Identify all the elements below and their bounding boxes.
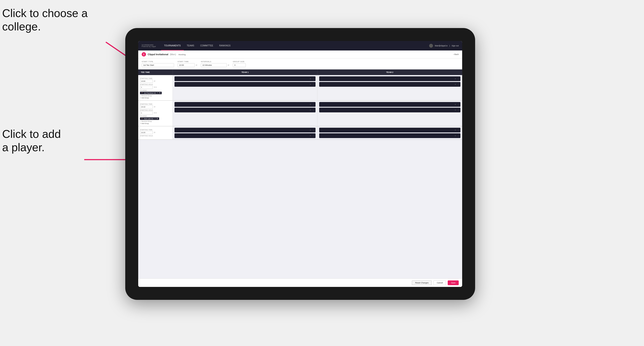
sign-out-link[interactable]: Sign out — [452, 45, 459, 47]
course-label-2: COURSE: — [140, 115, 171, 117]
remove-group-2[interactable]: ○ Remove Group — [140, 121, 171, 122]
starting-hole-row-1: ⬆⬇ — [140, 86, 171, 89]
slot-more-2-4[interactable]: ⋮ — [458, 109, 459, 111]
course-remove-1[interactable]: ✕ — [157, 92, 158, 94]
player-slot-2-3[interactable]: ✕ ⋮ — [319, 102, 460, 107]
slot-expand-1-1[interactable]: ✕ — [310, 78, 311, 80]
slot-more-3-1[interactable]: ⋮ — [312, 129, 314, 131]
nav-tab-rankings[interactable]: RANKINGS — [216, 41, 234, 50]
course-tag-2[interactable]: 🏌 East Lake GC ✕ ⬆ — [140, 117, 159, 120]
col-team2: Team 2 — [318, 69, 462, 75]
remove-icon-2: ○ — [140, 121, 141, 122]
tournament-logo: C — [142, 52, 146, 56]
start-type-group: Start Type 1st Tee Start — [142, 61, 174, 67]
reset-button[interactable]: Reset Changes — [412, 280, 432, 285]
nav-tab-committee[interactable]: COMMITTEE — [197, 41, 216, 50]
starting-hole-input-2[interactable] — [140, 111, 153, 115]
course-expand-1[interactable]: ⬆ — [159, 92, 160, 94]
start-time-input[interactable] — [178, 63, 195, 67]
player-slot-2-2[interactable]: ✕ ⋮ — [174, 108, 316, 112]
nav-tabs: TOURNAMENTS TEAMS COMMITTEE RANKINGS — [161, 41, 429, 50]
course-icon-1: 🏌 — [141, 92, 143, 94]
slot-expand-1-2[interactable]: ✕ — [310, 83, 311, 85]
player-slot-3-1[interactable]: ✕ ⋮ — [174, 128, 316, 133]
player-slot-1-1[interactable]: ✕ ⋮ — [174, 76, 316, 81]
slot-expand-3-2[interactable]: ✕ — [310, 135, 311, 137]
slot-more-2-2[interactable]: ⋮ — [312, 109, 314, 111]
remove-group-1[interactable]: ○ Remove Group — [140, 95, 171, 96]
group-size-select[interactable]: 3 — [233, 63, 246, 67]
slot-expand-2-2[interactable]: ✕ — [310, 109, 311, 111]
slot-more-1-4[interactable]: ⋮ — [458, 83, 459, 85]
remove-icon-1: ○ — [140, 95, 141, 96]
tournament-gender: (Men) — [170, 53, 176, 56]
save-button[interactable]: Save — [448, 280, 459, 285]
course-remove-2[interactable]: ✕ — [154, 118, 156, 120]
intervals-select[interactable]: 10 Minutes — [201, 63, 227, 67]
player-slot-1-4[interactable]: ✕ ⋮ — [319, 82, 460, 87]
slot-expand-1-4[interactable]: ✕ — [454, 83, 456, 85]
starting-hole-row-2: ⬆⬇ — [140, 111, 171, 115]
add-group-1[interactable]: + Add Group — [140, 97, 171, 99]
intervals-group: Intervals 10 Minutes ⏱ — [201, 61, 229, 67]
slot-expand-2-1[interactable]: ✕ — [310, 104, 311, 106]
starting-time-input-2[interactable] — [140, 105, 153, 109]
course-expand-2[interactable]: ⬆ — [156, 118, 158, 120]
group-size-label: Group Size — [233, 61, 246, 63]
player-slot-2-1[interactable]: ✕ ⋮ — [174, 102, 316, 107]
hole-arrows-2[interactable]: ⬆⬇ — [154, 112, 157, 114]
col-team1: Team 1 — [173, 69, 318, 75]
back-button[interactable]: ‹ Back — [453, 53, 459, 55]
slot-expand-3-4[interactable]: ✕ — [454, 135, 456, 137]
tournament-title: Clippd Invitational (Men) Hosting — [148, 53, 453, 56]
tournament-name: Clippd Invitational — [148, 53, 168, 56]
course-label-1: COURSE: — [140, 90, 171, 91]
starting-hole-label-2: STARTING HOLE: — [140, 109, 171, 111]
player-slot-3-4[interactable]: ✕ ⋮ — [319, 133, 460, 138]
player-slot-1-3[interactable]: ✕ ⋮ — [319, 76, 460, 81]
annotation-text-line4: a player. — [2, 141, 45, 154]
slot-more-1-3[interactable]: ⋮ — [458, 78, 459, 80]
course-icon-2: 🏌 — [141, 118, 143, 120]
starting-hole-input-1[interactable] — [140, 86, 153, 89]
logo-sub: Powered by clippd — [142, 46, 156, 47]
slot-expand-3-1[interactable]: ✕ — [310, 129, 311, 131]
user-email: blair@clippd.io — [435, 45, 448, 47]
row-1-team1: ✕ ⋮ ✕ ⋮ — [173, 75, 318, 100]
row-1-team2: ✕ ⋮ ✕ ⋮ — [318, 75, 462, 100]
course-tag-1[interactable]: 🏌 (A) Peachtree GC ✕ ⬆ — [140, 92, 162, 94]
separator: | — [450, 45, 450, 47]
slot-expand-2-3[interactable]: ✕ — [454, 104, 456, 106]
starting-time-input-3[interactable] — [140, 131, 153, 134]
slot-more-2-1[interactable]: ⋮ — [312, 104, 314, 106]
slot-more-2-3[interactable]: ⋮ — [458, 104, 459, 106]
nav-tab-tournaments[interactable]: TOURNAMENTS — [161, 41, 184, 50]
slot-more-3-3[interactable]: ⋮ — [458, 129, 459, 131]
table-body: STARTING TIME: ⏱ STARTING HOLE: ⬆⬇ COURS… — [138, 75, 462, 279]
player-slot-1-2[interactable]: ✕ ⋮ — [174, 82, 316, 87]
annotation-add-player: Click to add a player. — [2, 127, 61, 154]
slot-expand-1-3[interactable]: ✕ — [454, 78, 456, 80]
player-slot-3-2[interactable]: ✕ ⋮ — [174, 133, 316, 138]
starting-time-input-1[interactable] — [140, 80, 153, 83]
starting-time-label-3: STARTING TIME: — [140, 129, 171, 131]
annotation-text-line3: Click to add — [2, 128, 61, 140]
table-row: STARTING TIME: ⏱ STARTING HOLE: ✕ ⋮ — [138, 126, 462, 140]
starting-time-row-2: ⏱ — [140, 105, 171, 109]
slot-more-1-1[interactable]: ⋮ — [312, 78, 314, 80]
cancel-button[interactable]: Cancel — [434, 280, 446, 285]
nav-tab-teams[interactable]: TEAMS — [184, 41, 197, 50]
slot-expand-2-4[interactable]: ✕ — [454, 109, 456, 111]
player-slot-2-4[interactable]: ✕ ⋮ — [319, 108, 460, 112]
slot-more-1-2[interactable]: ⋮ — [312, 83, 314, 85]
start-type-select[interactable]: 1st Tee Start — [142, 63, 174, 67]
slot-more-3-2[interactable]: ⋮ — [312, 135, 314, 137]
clock-icon-1: ⏱ — [154, 80, 156, 82]
slot-more-3-4[interactable]: ⋮ — [458, 135, 459, 137]
add-group-2[interactable]: + Add Group — [140, 123, 171, 124]
player-slot-3-3[interactable]: ✕ ⋮ — [319, 128, 460, 133]
slot-expand-3-3[interactable]: ✕ — [454, 129, 456, 131]
table-row: STARTING TIME: ⏱ STARTING HOLE: ⬆⬇ COURS… — [138, 75, 462, 101]
add-icon-2: + — [140, 123, 141, 124]
hole-arrows-1[interactable]: ⬆⬇ — [154, 86, 157, 88]
